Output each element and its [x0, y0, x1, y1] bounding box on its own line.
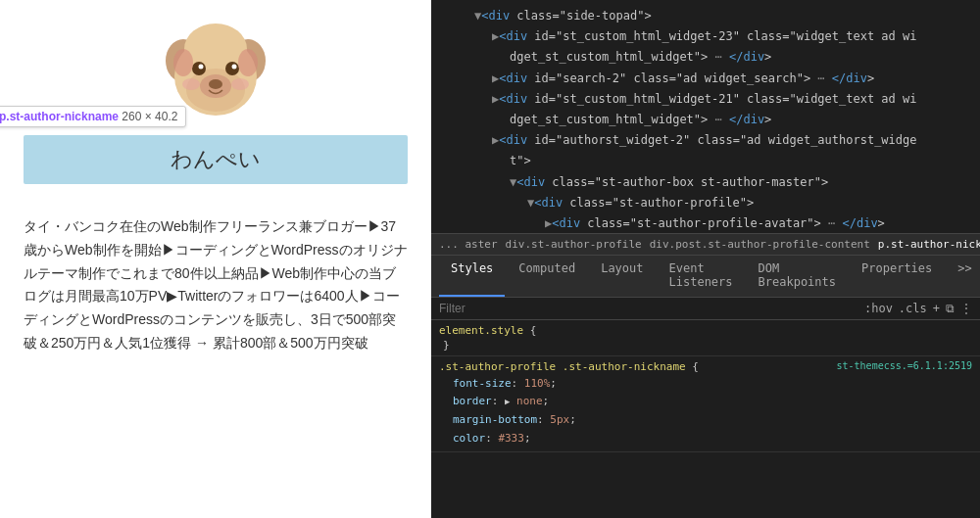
- html-tree[interactable]: ▼<div class="side-topad">▶<div id="st_cu…: [431, 0, 980, 233]
- tab-styles[interactable]: Styles: [439, 256, 505, 297]
- filter-bar: :hov .cls + ⧉ ⋮: [431, 298, 980, 320]
- rule-close: }: [439, 339, 972, 352]
- tab-properties[interactable]: Properties: [850, 256, 944, 297]
- author-name-bar: わんぺい: [24, 135, 408, 184]
- svg-point-10: [209, 79, 222, 89]
- author-bio: タイ・バンコク在住のWeb制作フリーランス兼ブロガー▶37歳からWeb制作を開始…: [24, 215, 408, 355]
- html-line-l7[interactable]: ▶<div id="authorst_widget-2" class="ad w…: [431, 130, 980, 151]
- html-line-l8[interactable]: t">: [431, 151, 980, 171]
- svg-point-11: [182, 78, 200, 90]
- svg-point-14: [238, 49, 258, 76]
- prop-font-size: font-size: 110%;: [439, 375, 972, 394]
- html-line-l10[interactable]: ▼<div class="st-author-profile">: [431, 193, 980, 213]
- tooltip-selector: p.st-author-nickname: [0, 110, 119, 123]
- devtools-panel: ▼<div class="side-topad">▶<div id="st_cu…: [431, 0, 980, 518]
- svg-point-5: [192, 62, 206, 75]
- filter-input[interactable]: [439, 302, 857, 315]
- svg-point-12: [231, 78, 249, 90]
- html-line-l11[interactable]: ▶<div class="st-author-profile-avatar"> …: [431, 213, 980, 233]
- html-line-l2[interactable]: ▶<div id="st_custom_html_widget-23" clas…: [431, 26, 980, 47]
- html-line-l5[interactable]: ▶<div id="st_custom_html_widget-21" clas…: [431, 89, 980, 110]
- rule-selector: element.style {: [439, 324, 972, 337]
- source-link[interactable]: st-themecss.=6.1.1:2519: [837, 360, 972, 371]
- style-rule-nickname: .st-author-profile .st-author-nickname {…: [431, 356, 980, 453]
- breadcrumb-item-3[interactable]: p.st-author-nickname: [878, 238, 980, 251]
- svg-point-8: [232, 65, 237, 70]
- html-line-l1[interactable]: ▼<div class="side-topad">: [431, 6, 980, 26]
- tab-more[interactable]: >>: [946, 256, 980, 297]
- html-line-l9[interactable]: ▼<div class="st-author-box st-author-mas…: [431, 172, 980, 193]
- tab-dom-breakpoints[interactable]: DOM Breakpoints: [747, 256, 848, 297]
- styles-panel: :hov .cls + ⧉ ⋮ element.style { } .st-au…: [431, 298, 980, 519]
- svg-point-13: [173, 49, 193, 76]
- tab-computed[interactable]: Computed: [507, 256, 587, 297]
- prop-color: color: #333;: [439, 430, 972, 448]
- html-line-l6[interactable]: dget_st_custom_html_widget"> ⋯ </div>: [431, 110, 980, 130]
- bio-text: タイ・バンコク在住のWeb制作フリーランス兼ブロガー▶37歳からWeb制作を開始…: [24, 218, 408, 351]
- breadcrumb-item-1[interactable]: div.st-author-profile: [506, 238, 642, 251]
- html-line-l4[interactable]: ▶<div id="search-2" class="ad widget_sea…: [431, 69, 980, 89]
- more-icon[interactable]: ⋮: [960, 302, 972, 315]
- prop-margin-bottom: margin-bottom: 5px;: [439, 411, 972, 430]
- devtools-tabs: Styles Computed Layout Event Listeners D…: [431, 256, 980, 298]
- filter-controls: :hov .cls + ⧉ ⋮: [864, 302, 972, 315]
- author-box: p.st-author-nickname 260 × 40.2 わんぺい: [24, 20, 408, 200]
- tab-event-listeners[interactable]: Event Listeners: [658, 256, 745, 297]
- left-panel: p.st-author-nickname 260 × 40.2 わんぺい タイ・…: [0, 0, 431, 518]
- prop-border: border: ▶ none;: [439, 393, 972, 411]
- breadcrumb-item-2[interactable]: div.post.st-author-profile-content: [650, 238, 870, 251]
- author-name: わんぺい: [171, 147, 261, 171]
- add-rule[interactable]: +: [933, 302, 940, 315]
- breadcrumb-item-0[interactable]: ... aster: [439, 238, 498, 251]
- element-tooltip: p.st-author-nickname 260 × 40.2: [0, 106, 186, 127]
- style-rule-element: element.style { }: [431, 320, 980, 356]
- svg-point-6: [225, 62, 239, 75]
- breadcrumb: ... aster div.st-author-profile div.post…: [431, 233, 980, 256]
- tab-layout[interactable]: Layout: [589, 256, 655, 297]
- cls-toggle[interactable]: .cls: [899, 302, 927, 315]
- tooltip-dimensions: 260 × 40.2: [122, 110, 177, 123]
- rule-selector-2: .st-author-profile .st-author-nickname {…: [439, 360, 972, 373]
- copy-icon[interactable]: ⧉: [946, 302, 955, 315]
- hov-toggle[interactable]: :hov: [864, 302, 893, 315]
- svg-point-7: [199, 65, 204, 70]
- html-line-l3[interactable]: dget_st_custom_html_widget"> ⋯ </div>: [431, 47, 980, 68]
